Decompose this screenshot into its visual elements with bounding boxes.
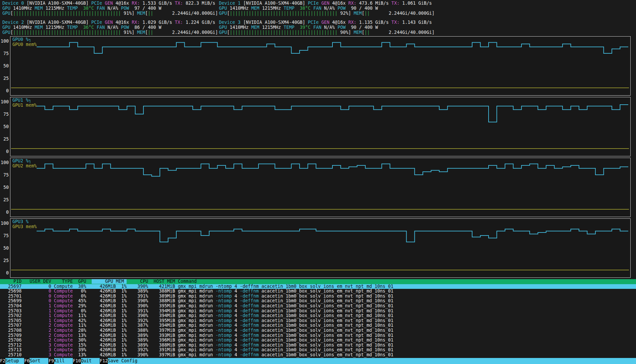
y-axis-tick: 0 <box>0 270 9 275</box>
command-flag: -ntomp <box>216 318 232 323</box>
process-row[interactable]: 25710 3 Compute 13% 426MiB 1% 390% 397Mi… <box>0 353 636 358</box>
process-row[interactable]: 25699 0 Compute 45% 426MiB 1% 390% 388Mi… <box>0 299 636 304</box>
mem-usage-value: 2.244Gi/40.000Gi] <box>153 30 218 35</box>
cell-command: 4 <box>232 348 240 352</box>
cell-user <box>21 323 40 328</box>
gpu-mem-legend: GPU0 mem% <box>12 42 37 47</box>
cell-gpu-mem: 426MiB <box>86 348 116 352</box>
header-dev: DEV <box>40 279 51 284</box>
mem-clock-value: 1215MHz <box>259 25 283 30</box>
cell-gpu-pct: 38% <box>73 284 86 289</box>
cell-command: acacetin_1bm0_box_solv_ions_em_nvt_npt_m… <box>259 313 393 318</box>
fkey-f10[interactable]: F10 <box>73 358 81 364</box>
y-axis-tick: 0 <box>0 149 9 154</box>
device-3-info: Device 3 [NVIDIA A100-SXM4-40GB] PCIe GE… <box>219 20 435 35</box>
cell-gpu-mem: 426MiB <box>86 338 116 343</box>
gpu-utilization-percent: 91%] <box>121 30 137 35</box>
text <box>94 6 97 11</box>
cell-gpu-pct: 29% <box>73 304 86 308</box>
process-row[interactable]: 25698 0 Compute 0% 426MiB 1% 389% 388MiB… <box>0 289 636 294</box>
cell-user <box>21 348 40 352</box>
power-label: POW <box>337 6 346 11</box>
cell-dev: 0 <box>40 294 51 299</box>
cell-mem-pct: 1% <box>116 299 127 303</box>
cell-cpu: 392% <box>127 318 148 323</box>
process-row[interactable]: 25707 2 Compute 11% 426MiB 1% 387% 394Mi… <box>0 323 636 328</box>
process-row[interactable]: 25703 1 Compute 0% 426MiB 1% 391% 394MiB… <box>0 309 636 314</box>
process-row[interactable]: 25708 2 Compute 28% 426MiB 1% 388% 397Mi… <box>0 328 636 333</box>
fkey-f6[interactable]: F6 <box>24 358 30 364</box>
command-flag: -deffnm <box>240 318 259 323</box>
device-model: [NVIDIA A100-SXM4-40GB] <box>240 20 308 25</box>
rx-value: 473.6 MiB/s <box>356 1 391 6</box>
fkey-label-sort[interactable]: Sort <box>30 358 48 364</box>
cell-host-mem: 394MiB <box>148 309 175 313</box>
fkey-label-save-config[interactable]: Save Config <box>108 358 636 364</box>
cell-command: 4 <box>232 294 240 299</box>
gpu0-utilization-line <box>37 42 628 53</box>
fkey-f2[interactable]: F2 <box>0 358 5 364</box>
cell-command: 4 <box>232 309 240 313</box>
rx-value: 1.533 GiB/s <box>140 1 175 6</box>
gpu-clock-value: 1410MHz <box>10 6 35 11</box>
process-row[interactable]: 25702 1 Compute 11% 426MiB 1% 390% 394Mi… <box>0 313 636 318</box>
cell-mem-pct: 1% <box>116 353 127 357</box>
process-row[interactable]: 25701 0 Compute 0% 426MiB 1% 391% 389MiB… <box>0 294 636 299</box>
cell-command: gmx_mpi mdrun <box>175 338 216 343</box>
cell-cpu: 390% <box>127 284 148 289</box>
gpu1-plot-svg <box>10 97 630 156</box>
text: [ <box>10 30 13 35</box>
gpu-utilization-bar: |||||||||||||||||||||||||||||||||||||||| <box>230 11 337 16</box>
fan-value: N/A% <box>321 6 337 11</box>
device-clocks-line: GPU 1410MHz MEM 1215MHz TEMP 36°C FAN N/… <box>2 25 218 30</box>
fkey-label-kill[interactable]: Kill <box>54 358 73 364</box>
process-row[interactable]: 25713 3 Compute 39% 426MiB 1% 392% 391Mi… <box>0 348 636 353</box>
cell-gpu-pct: 13% <box>73 353 86 357</box>
pcie-label: PCIe <box>308 20 319 25</box>
command-flag: -ntomp <box>216 289 232 294</box>
cell-command: acacetin_1bm0_box_solv_ions_em_nvt_npt_m… <box>259 299 393 303</box>
cell-type: Compute <box>51 309 73 313</box>
device-model: [NVIDIA A100-SXM4-40GB] <box>240 1 308 6</box>
fkey-f9[interactable]: F9 <box>48 358 54 364</box>
mem-usage-bar: || <box>364 11 370 16</box>
gpu-mem-legend-label: GPU0 mem% <box>12 42 37 47</box>
device-clocks-line: GPU 1410MHz MEM 1215MHz TEMP 38°C FAN N/… <box>2 6 218 11</box>
gpu2-graph-panel: 1007550250GPU2 %┐GPU2 mem% <box>0 158 636 217</box>
cell-command: gmx_mpi mdrun <box>175 284 216 289</box>
process-row[interactable]: 25712 3 Compute 15% 426MiB 1% 389% 388Mi… <box>0 343 636 348</box>
device-title-line: Device 2 [NVIDIA A100-SXM4-40GB] PCIe GE… <box>2 20 218 25</box>
cell-cpu: 391% <box>127 294 148 299</box>
header-gpu-mem-sorted[interactable]: GPU MEM <box>92 279 127 284</box>
cell-pid: 25709 <box>0 333 21 338</box>
fan-value: N/A% <box>321 25 337 30</box>
cell-command: gmx_mpi mdrun <box>175 343 216 348</box>
gpu-percent-legend: GPU3 % <box>12 219 37 224</box>
fkey-label-quit[interactable]: Quit <box>81 358 100 364</box>
cell-command: acacetin_1bm0_box_solv_ions_em_nvt_npt_m… <box>259 294 393 299</box>
process-row[interactable]: 25697 0 Compute 38% 426MiB 1% 390% 421Mi… <box>0 284 636 289</box>
command-flag: -deffnm <box>240 328 259 333</box>
mem-usage-value: 2.244Gi/40.000Gi] <box>370 30 435 35</box>
process-row[interactable]: 25704 1 Compute 29% 426MiB 1% 390% 395Mi… <box>0 304 636 309</box>
cell-user <box>21 289 40 294</box>
header-user: USER <box>21 279 40 284</box>
gen-label: GEN <box>105 20 113 25</box>
mem-bar-label: MEM <box>354 11 362 16</box>
y-axis-tick: 75 <box>0 233 9 238</box>
process-row[interactable]: 25709 2 Compute 13% 426MiB 1% 389% 393Mi… <box>0 333 636 338</box>
y-axis-tick: 50 <box>0 63 9 68</box>
process-row[interactable]: 25706 2 Compute 30% 426MiB 1% 389% 396Mi… <box>0 338 636 343</box>
cell-type: Compute <box>51 343 73 348</box>
y-axis-tick: 25 <box>0 76 9 81</box>
cell-gpu-pct: 39% <box>73 348 86 352</box>
y-axis-tick: 75 <box>0 51 9 56</box>
process-row[interactable]: 25705 1 Compute 42% 426MiB 1% 392% 395Mi… <box>0 318 636 323</box>
fkey-f12[interactable]: F12 <box>100 358 108 364</box>
y-axis-tick: 75 <box>0 172 9 177</box>
cell-command: acacetin_1bm0_box_solv_ions_em_nvt_npt_m… <box>259 338 393 343</box>
cell-gpu-pct: 0% <box>73 289 86 294</box>
mem-clock-value: 1215MHz <box>259 6 283 11</box>
fkey-label-setup[interactable]: Setup <box>5 358 24 364</box>
pcie-label: PCIe <box>91 20 102 25</box>
